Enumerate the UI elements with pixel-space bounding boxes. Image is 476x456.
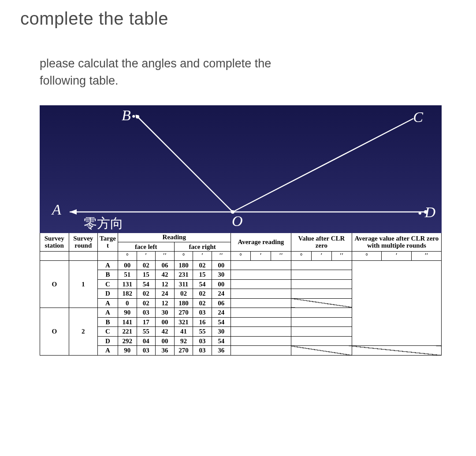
instructions-line-2: following table.	[40, 74, 119, 87]
cell-target: A	[98, 308, 118, 318]
instructions-line-1: please calculat the angles and complete …	[40, 57, 271, 70]
cell-value-after-clr	[291, 327, 352, 337]
unit-sec: ′′	[212, 252, 231, 260]
cell-face-right: 54	[212, 336, 231, 346]
table-row: O1A0002061800200	[40, 260, 442, 270]
th-reading: Reading	[118, 233, 231, 242]
cell-face-left: 12	[156, 279, 175, 289]
point-B-dot: •	[132, 110, 136, 123]
cell-face-left: 02	[137, 260, 156, 270]
cell-face-right: 30	[212, 327, 231, 337]
cell-value-after-clr	[291, 317, 352, 327]
cell-face-left: 131	[118, 279, 137, 289]
cell-face-left: 02	[137, 298, 156, 308]
cell-average-reading	[231, 327, 291, 337]
svg-line-4	[233, 119, 413, 212]
cell-face-right: 24	[212, 289, 231, 299]
unit-min: ′	[193, 252, 212, 260]
label-B: B•	[122, 107, 136, 124]
label-D: •D	[418, 204, 435, 221]
unit-min: ′	[251, 252, 271, 260]
cell-face-left: 182	[118, 289, 137, 299]
cell-average-reading	[231, 270, 291, 280]
cell-face-left: 90	[118, 308, 137, 318]
unit-row: ° ′ ′′ ° ′ ′′ ° ′ ′′ ° ′ ′′ ° ′ ′′	[40, 252, 442, 260]
zero-direction-label: 零方向	[84, 215, 123, 233]
table-head: Survey station Survey round Targe t Read…	[40, 233, 442, 260]
label-C: C	[413, 109, 423, 126]
cell-value-after-clr	[291, 298, 352, 308]
cell-face-right: 00	[212, 279, 231, 289]
cell-average-reading	[231, 336, 291, 346]
cell-face-right: 06	[212, 298, 231, 308]
unit-deg: °	[174, 252, 193, 260]
cell-face-left: 141	[118, 317, 137, 327]
cell-value-after-clr	[291, 260, 352, 270]
cell-average-reading	[231, 317, 291, 327]
cell-average-reading	[231, 298, 291, 308]
cell-face-right: 231	[174, 270, 193, 280]
survey-table-wrap: Survey station Survey round Targe t Read…	[40, 232, 442, 355]
cell-face-left: 00	[118, 260, 137, 270]
cell-face-right: 54	[212, 317, 231, 327]
cell-face-right: 24	[212, 308, 231, 318]
svg-point-7	[136, 115, 139, 119]
cell-face-left: 17	[137, 317, 156, 327]
cell-value-after-clr	[291, 346, 352, 356]
survey-table: Survey station Survey round Targe t Read…	[40, 232, 442, 355]
th-face-left: face left	[118, 242, 174, 252]
cell-face-right: 15	[193, 270, 212, 280]
cell-average-reading	[231, 308, 291, 318]
cell-value-after-clr	[291, 279, 352, 289]
cell-face-left: 02	[137, 289, 156, 299]
cell-face-left: 15	[137, 270, 156, 280]
th-survey-round: Survey round	[69, 233, 98, 252]
unit-sec: ′′	[156, 252, 175, 260]
cell-face-right: 02	[193, 289, 212, 299]
cell-round: 2	[69, 308, 98, 356]
unit-deg: °	[291, 252, 312, 260]
instructions: please calculat the angles and complete …	[40, 55, 456, 89]
cell-value-after-clr	[291, 336, 352, 346]
cell-face-left: 12	[156, 298, 175, 308]
unit-sec: ′′	[271, 252, 291, 260]
cell-face-left: 03	[137, 346, 156, 356]
cell-face-left: 42	[156, 270, 175, 280]
cell-face-right: 03	[193, 336, 212, 346]
unit-sec: ′′	[412, 252, 442, 260]
cell-face-left: 0	[118, 298, 137, 308]
table-body: O1A0002061800200B5115422311530C131541231…	[40, 260, 442, 355]
cell-average-reading	[231, 346, 291, 356]
unit-min: ′	[382, 252, 412, 260]
cell-face-left: 00	[156, 317, 175, 327]
cell-target: C	[98, 327, 118, 337]
cell-face-left: 51	[118, 270, 137, 280]
cell-station: O	[40, 260, 69, 308]
th-avg-multi-rounds: Average value after CLR zero with multip…	[352, 233, 441, 252]
cell-avg-multi-rounds	[352, 260, 441, 346]
cell-face-right: 180	[174, 260, 193, 270]
cell-face-left: 90	[118, 346, 137, 356]
cell-face-right: 270	[174, 346, 193, 356]
unit-min: ′	[311, 252, 331, 260]
cell-average-reading	[231, 260, 291, 270]
cell-value-after-clr	[291, 289, 352, 299]
cell-face-right: 03	[193, 346, 212, 356]
cell-face-left: 04	[137, 336, 156, 346]
diagram-canvas: A B• C •D O 零方向	[40, 105, 442, 233]
cell-target: B	[98, 270, 118, 280]
cell-face-left: 292	[118, 336, 137, 346]
cell-face-left: 00	[156, 336, 175, 346]
cell-round: 1	[69, 260, 98, 308]
cell-face-right: 03	[193, 308, 212, 318]
cell-target: D	[98, 336, 118, 346]
cell-face-left: 06	[156, 260, 175, 270]
cell-station: O	[40, 308, 69, 356]
unit-sec: ′′	[331, 252, 352, 260]
cell-average-reading	[231, 289, 291, 299]
unit-deg: °	[352, 252, 382, 260]
cell-value-after-clr	[291, 270, 352, 280]
cell-face-right: 54	[193, 279, 212, 289]
cell-face-right: 55	[193, 327, 212, 337]
cell-face-right: 02	[174, 289, 193, 299]
